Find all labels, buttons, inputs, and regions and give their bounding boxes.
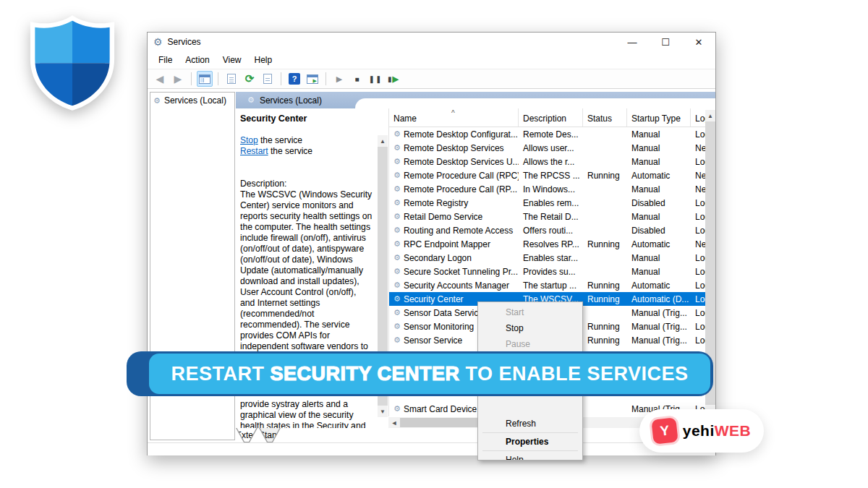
table-row[interactable]: ⚙Routing and Remote AccessOffers routi..… bbox=[389, 223, 705, 237]
stop-service-button[interactable]: ■ bbox=[349, 71, 365, 87]
banner-text: RESTART SECURITY CENTER TO ENABLE SERVIC… bbox=[171, 363, 688, 385]
export-list-button[interactable] bbox=[260, 71, 276, 87]
service-gear-icon: ⚙ bbox=[393, 171, 401, 179]
service-gear-icon: ⚙ bbox=[393, 144, 401, 152]
services-gear-icon: ⚙ bbox=[153, 97, 161, 105]
tree-item-services-local[interactable]: ⚙ Services (Local) bbox=[150, 93, 234, 108]
column-header-status[interactable]: Status bbox=[583, 108, 627, 127]
pause-service-button[interactable]: ❚❚ bbox=[367, 71, 383, 87]
menu-view[interactable]: View bbox=[216, 53, 248, 67]
service-gear-icon: ⚙ bbox=[393, 185, 401, 193]
service-gear-icon: ⚙ bbox=[393, 267, 401, 275]
sort-ascending-icon: ^ bbox=[451, 109, 455, 117]
scroll-left-icon[interactable]: ◄ bbox=[388, 417, 400, 428]
properties-icon bbox=[227, 74, 236, 84]
service-gear-icon: ⚙ bbox=[393, 213, 401, 221]
toolbar: ◀ ▶ ⟳ ? ▶ ■ ❚❚ ▮▶ bbox=[148, 69, 715, 89]
selected-service-name: Security Center bbox=[240, 114, 373, 124]
play-icon: ▶ bbox=[336, 74, 342, 84]
windows-security-shield-icon bbox=[22, 12, 123, 113]
menu-action[interactable]: Action bbox=[179, 53, 216, 67]
service-gear-icon: ⚙ bbox=[393, 240, 401, 248]
table-row[interactable]: ⚙Remote RegistryEnables rem...DisabledLo… bbox=[389, 196, 705, 210]
tree-item-label: Services (Local) bbox=[164, 95, 226, 106]
column-header-log[interactable]: Log bbox=[691, 108, 705, 127]
export-list-icon bbox=[263, 74, 272, 84]
table-row[interactable]: ⚙Secure Socket Tunneling Pr...Provides s… bbox=[389, 265, 705, 278]
description-label: Description: bbox=[240, 179, 373, 189]
properties-toolbar-button[interactable] bbox=[224, 71, 239, 87]
context-menu-item-start: Start bbox=[478, 304, 582, 320]
close-button[interactable]: ✕ bbox=[682, 33, 715, 51]
service-gear-icon: ⚙ bbox=[393, 405, 401, 413]
table-row[interactable]: ⚙Remote Desktop ServicesAllows user...Ma… bbox=[389, 141, 705, 155]
service-gear-icon: ⚙ bbox=[393, 281, 401, 289]
service-gear-icon: ⚙ bbox=[393, 226, 401, 234]
context-menu-item-properties[interactable]: Properties bbox=[478, 434, 582, 450]
context-menu-item-stop[interactable]: Stop bbox=[478, 320, 582, 336]
service-description-text-bottom: provide systray alerts and a graphical v… bbox=[240, 399, 373, 428]
start-service-button[interactable]: ▶ bbox=[331, 71, 347, 87]
yehiweb-logo-text: yehiWEB bbox=[683, 422, 752, 440]
refresh-icon: ⟳ bbox=[245, 72, 255, 85]
help-icon: ? bbox=[289, 73, 300, 85]
service-gear-icon: ⚙ bbox=[393, 336, 401, 344]
menu-separator bbox=[482, 450, 578, 451]
services-gear-icon: ⚙ bbox=[247, 96, 255, 104]
column-header-description[interactable]: Description bbox=[519, 108, 583, 127]
service-gear-icon: ⚙ bbox=[393, 322, 401, 330]
service-gear-icon: ⚙ bbox=[393, 199, 401, 207]
context-menu-item-help[interactable]: Help bbox=[478, 452, 582, 461]
tab-extended[interactable]: Extended bbox=[236, 428, 258, 442]
scroll-down-icon[interactable]: ▼ bbox=[378, 406, 388, 417]
menu-separator bbox=[482, 432, 578, 433]
pane-header-title: Services (Local) bbox=[260, 95, 322, 106]
window-title: Services bbox=[168, 37, 201, 47]
tab-standard[interactable]: Standard bbox=[259, 428, 281, 442]
yehiweb-logo-icon: Y bbox=[651, 417, 678, 444]
restart-service-line: Restart the service bbox=[240, 146, 373, 157]
titlebar: ⚙ Services — ☐ ✕ bbox=[148, 33, 715, 51]
scrollbar-thumb[interactable] bbox=[400, 418, 487, 427]
maximize-button[interactable]: ☐ bbox=[649, 33, 682, 51]
scroll-up-icon[interactable]: ▲ bbox=[705, 110, 715, 121]
context-menu-item-refresh[interactable]: Refresh bbox=[478, 416, 582, 432]
service-description-text: The WSCSVC (Windows Security Center) ser… bbox=[240, 189, 373, 352]
help-toolbar-button[interactable]: ? bbox=[286, 71, 302, 87]
extended-view-button[interactable] bbox=[305, 71, 320, 87]
forward-button[interactable]: ▶ bbox=[170, 71, 186, 87]
table-row[interactable]: ⚙Remote Desktop Configurat...Remote Des.… bbox=[389, 127, 705, 141]
table-row[interactable]: ⚙Secondary LogonEnables star...ManualLoc bbox=[389, 251, 705, 265]
refresh-toolbar-button[interactable]: ⟳ bbox=[242, 71, 258, 87]
restart-service-link[interactable]: Restart bbox=[240, 146, 268, 156]
table-row[interactable]: ⚙RPC Endpoint MapperResolves RP...Runnin… bbox=[389, 237, 705, 251]
stop-icon: ■ bbox=[354, 75, 359, 83]
menu-file[interactable]: File bbox=[152, 53, 179, 67]
column-header-startup-type[interactable]: Startup Type bbox=[627, 108, 691, 127]
context-menu-item-pause: Pause bbox=[478, 336, 582, 352]
menu-help[interactable]: Help bbox=[248, 53, 279, 67]
pause-icon: ❚❚ bbox=[369, 75, 383, 83]
console-tree-toggle-button[interactable] bbox=[197, 71, 213, 87]
stop-service-line: Stop the service bbox=[240, 135, 373, 146]
table-row[interactable]: ⚙Retail Demo ServiceThe Retail D...Manua… bbox=[389, 210, 705, 223]
table-row[interactable]: ⚙Remote Desktop Services U...Allows the … bbox=[389, 155, 705, 168]
service-gear-icon: ⚙ bbox=[393, 130, 401, 138]
back-button[interactable]: ◀ bbox=[152, 71, 168, 87]
table-row[interactable]: ⚙Remote Procedure Call (RPC)The RPCSS ..… bbox=[389, 168, 705, 182]
banner: RESTART SECURITY CENTER TO ENABLE SERVIC… bbox=[149, 354, 710, 394]
minimize-button[interactable]: — bbox=[616, 33, 649, 51]
table-row[interactable]: ⚙Security Accounts ManagerThe startup ..… bbox=[389, 278, 705, 292]
menubar: FileActionViewHelp bbox=[148, 51, 715, 69]
pane-header-band: ⚙ Services (Local) bbox=[236, 92, 715, 108]
stop-service-link[interactable]: Stop bbox=[240, 135, 258, 145]
service-gear-icon: ⚙ bbox=[393, 309, 401, 317]
console-tree-icon bbox=[199, 74, 210, 84]
extended-view-icon bbox=[307, 74, 318, 84]
yehiweb-watermark: Y yehiWEB bbox=[639, 409, 764, 453]
status-bar bbox=[148, 442, 715, 455]
restart-service-button[interactable]: ▮▶ bbox=[386, 71, 401, 87]
service-gear-icon: ⚙ bbox=[393, 254, 401, 262]
table-row[interactable]: ⚙Remote Procedure Call (RP...In Windows.… bbox=[389, 182, 705, 196]
scroll-up-icon[interactable]: ▲ bbox=[378, 135, 388, 147]
